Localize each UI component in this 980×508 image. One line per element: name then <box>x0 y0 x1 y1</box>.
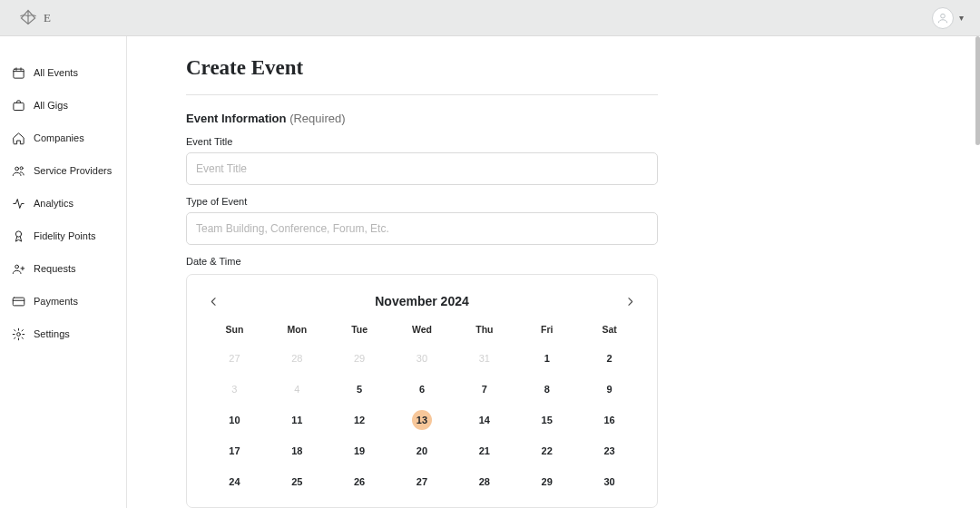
page-title: Create Event <box>186 56 658 80</box>
home-icon <box>11 131 25 145</box>
calendar-weekday: Sat <box>578 324 641 340</box>
svg-rect-2 <box>13 103 23 110</box>
calendar-weekday: Thu <box>453 324 515 340</box>
calendar-day[interactable]: 25 <box>266 469 328 494</box>
calendar-month-label: November 2024 <box>375 294 469 308</box>
calendar-weekday: Tue <box>328 324 391 340</box>
user-plus-icon <box>11 261 25 276</box>
calendar-weekday: Fri <box>515 324 578 340</box>
calendar-day[interactable]: 18 <box>266 438 328 464</box>
sidebar: All Events All Gigs Companies Service Pr… <box>0 36 127 508</box>
calendar-day[interactable]: 28 <box>453 469 515 494</box>
calendar-day[interactable]: 17 <box>203 438 266 464</box>
scrollbar[interactable] <box>973 36 980 508</box>
calendar-day[interactable]: 21 <box>453 438 515 464</box>
calendar-weekday: Mon <box>266 324 328 340</box>
calendar-day[interactable]: 14 <box>453 407 515 433</box>
calendar-weekday: Sun <box>203 324 266 340</box>
sidebar-item-all-gigs[interactable]: All Gigs <box>0 89 126 122</box>
sidebar-item-label: Service Providers <box>34 165 112 176</box>
calendar-prev-month[interactable] <box>203 291 223 311</box>
sidebar-item-requests[interactable]: Requests <box>0 252 126 285</box>
sidebar-item-label: Analytics <box>34 198 74 209</box>
sidebar-item-label: Settings <box>34 328 70 339</box>
calendar-day: 29 <box>328 346 391 371</box>
gear-icon <box>11 327 25 341</box>
svg-rect-1 <box>13 69 23 78</box>
calendar-day[interactable]: 7 <box>453 376 515 402</box>
calendar-day[interactable]: 10 <box>203 407 266 433</box>
users-icon <box>11 163 25 178</box>
sidebar-item-label: Fidelity Points <box>34 230 95 241</box>
calendar-day: 28 <box>266 346 328 371</box>
calendar-day[interactable]: 9 <box>578 376 641 402</box>
calendar-day[interactable]: 20 <box>391 438 454 464</box>
calendar-day[interactable]: 2 <box>578 346 641 371</box>
calendar-day[interactable]: 15 <box>515 407 578 433</box>
credit-card-icon <box>11 294 25 308</box>
calendar-day: 4 <box>266 376 328 402</box>
sidebar-item-companies[interactable]: Companies <box>0 122 126 154</box>
calendar-day[interactable]: 24 <box>203 469 266 494</box>
chevron-left-icon <box>208 296 220 308</box>
user-icon <box>936 12 949 24</box>
calendar: November 2024 SunMonTueWedThuFriSat27282… <box>186 274 658 508</box>
calendar-day[interactable]: 8 <box>515 376 578 402</box>
calendar-icon <box>11 65 25 80</box>
calendar-day[interactable]: 1 <box>515 346 578 371</box>
svg-rect-7 <box>13 298 24 306</box>
sidebar-item-label: Payments <box>34 296 78 307</box>
svg-point-4 <box>20 166 23 169</box>
avatar <box>932 7 954 29</box>
calendar-day[interactable]: 12 <box>328 407 391 433</box>
main-content: Create Event Event Information (Required… <box>127 36 980 508</box>
sidebar-item-settings[interactable]: Settings <box>0 318 126 350</box>
sidebar-item-all-events[interactable]: All Events <box>0 56 126 89</box>
calendar-day[interactable]: 23 <box>578 438 641 464</box>
calendar-day[interactable]: 13 <box>391 407 454 433</box>
event-title-label: Event Title <box>186 136 658 147</box>
sidebar-item-label: Companies <box>34 132 84 143</box>
user-menu[interactable]: ▾ <box>932 7 964 29</box>
svg-point-8 <box>16 332 20 336</box>
sidebar-item-label: Requests <box>34 263 75 274</box>
event-type-label: Type of Event <box>186 196 658 207</box>
sidebar-item-payments[interactable]: Payments <box>0 285 126 318</box>
chevron-right-icon <box>624 296 636 308</box>
activity-icon <box>11 196 25 210</box>
datetime-label: Date & Time <box>186 256 658 267</box>
calendar-day[interactable]: 30 <box>578 469 641 494</box>
event-type-input[interactable] <box>186 212 658 245</box>
sidebar-item-analytics[interactable]: Analytics <box>0 187 126 220</box>
svg-point-5 <box>15 230 21 236</box>
calendar-next-month[interactable] <box>621 291 641 311</box>
calendar-day[interactable]: 5 <box>328 376 391 402</box>
calendar-day[interactable]: 29 <box>515 469 578 494</box>
briefcase-icon <box>11 98 25 112</box>
calendar-grid: SunMonTueWedThuFriSat2728293031123456789… <box>203 324 641 494</box>
brand-letter: E <box>44 11 51 25</box>
calendar-day[interactable]: 11 <box>266 407 328 433</box>
sidebar-item-label: All Events <box>34 67 78 78</box>
calendar-day: 30 <box>391 346 454 371</box>
svg-point-0 <box>941 14 946 18</box>
wings-icon <box>16 6 40 30</box>
calendar-day[interactable]: 16 <box>578 407 641 433</box>
section-heading: Event Information (Required) <box>186 112 658 125</box>
topbar: E ▾ <box>0 0 980 36</box>
calendar-day[interactable]: 27 <box>391 469 454 494</box>
sidebar-item-fidelity-points[interactable]: Fidelity Points <box>0 220 126 252</box>
svg-point-6 <box>15 265 18 269</box>
calendar-day: 31 <box>453 346 515 371</box>
calendar-day[interactable]: 22 <box>515 438 578 464</box>
sidebar-item-service-providers[interactable]: Service Providers <box>0 154 126 187</box>
event-title-input[interactable] <box>186 152 658 185</box>
section-required-text: (Required) <box>289 112 345 125</box>
calendar-day[interactable]: 26 <box>328 469 391 494</box>
calendar-day[interactable]: 6 <box>391 376 454 402</box>
calendar-day[interactable]: 19 <box>328 438 391 464</box>
caret-down-icon: ▾ <box>959 13 964 23</box>
calendar-day: 27 <box>203 346 266 371</box>
scrollbar-thumb[interactable] <box>975 36 980 145</box>
sidebar-item-label: All Gigs <box>34 100 68 111</box>
